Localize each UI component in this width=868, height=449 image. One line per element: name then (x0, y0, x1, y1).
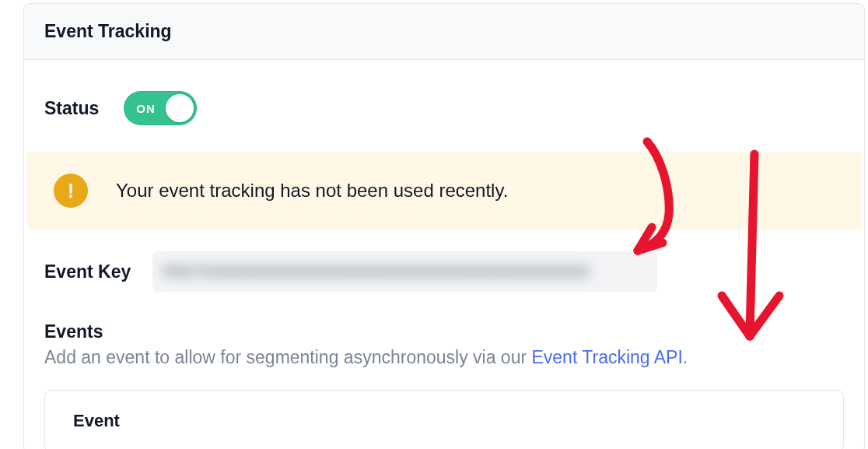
toggle-state-label: ON (136, 102, 156, 115)
warning-alert: ! Your event tracking has not been used … (27, 152, 861, 230)
event-tracking-api-link[interactable]: Event Tracking API (531, 347, 682, 367)
status-row: Status ON (44, 91, 844, 125)
warning-icon: ! (54, 174, 88, 208)
events-heading: Events (44, 321, 844, 342)
panel-title: Event Tracking (44, 21, 844, 42)
panel-body: Status ON ! Your event tracking has not … (24, 60, 864, 449)
events-description: Add an event to allow for segmenting asy… (44, 347, 844, 368)
event-key-row: Event Key (44, 251, 844, 292)
event-tracking-panel: Event Tracking Status ON ! Your event tr… (23, 3, 865, 449)
event-key-value-redacted[interactable] (152, 251, 657, 292)
warning-message: Your event tracking has not been used re… (116, 180, 508, 202)
panel-header: Event Tracking (24, 4, 864, 60)
status-toggle[interactable]: ON (124, 91, 197, 125)
events-desc-prefix: Add an event to allow for segmenting asy… (44, 347, 531, 367)
event-column-header: Event (73, 411, 815, 431)
events-desc-suffix: . (683, 347, 688, 367)
status-label: Status (44, 98, 99, 119)
events-table: Event (44, 390, 844, 449)
toggle-knob (166, 94, 194, 122)
event-key-label: Event Key (44, 261, 131, 282)
